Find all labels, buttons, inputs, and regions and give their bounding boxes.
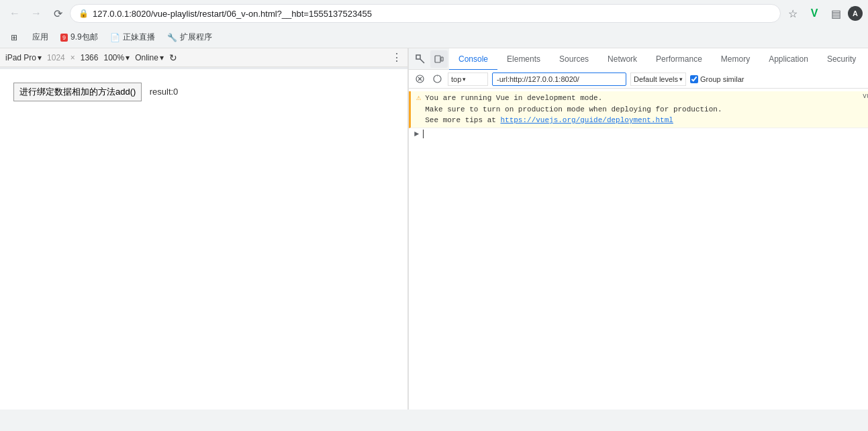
star-button[interactable]: ☆ <box>783 4 802 23</box>
stop-recording-btn[interactable] <box>430 73 444 86</box>
default-levels-chevron: ▾ <box>679 76 683 83</box>
svg-rect-2 <box>435 56 440 62</box>
extensions-label: 扩展程序 <box>180 32 212 43</box>
group-similar-label[interactable]: Group similar <box>690 75 744 83</box>
zhimeizhibo-label: 正妹直播 <box>123 32 155 43</box>
devtools-tabs: Console Elements Sources Network Perform… <box>449 48 868 70</box>
console-source: vue. <box>863 93 868 100</box>
vivaldi-icon[interactable]: V <box>805 4 824 23</box>
svg-line-1 <box>420 59 424 63</box>
device-selector[interactable]: iPad Pro ▾ <box>5 53 42 62</box>
page-content: iPad Pro ▾ 1024 × 1366 100% ▾ Online ▾ ↻… <box>0 48 408 410</box>
device-toggle-btn[interactable] <box>430 50 448 68</box>
console-filter-input[interactable] <box>492 73 626 86</box>
zoom-selector[interactable]: 100% ▾ <box>103 53 130 62</box>
devtools-header: Console Elements Sources Network Perform… <box>409 48 868 70</box>
tab-performance[interactable]: Performance <box>646 49 712 70</box>
warning-icon: ⚠ <box>416 93 421 103</box>
tab-sources[interactable]: Sources <box>550 49 598 70</box>
tab-memory[interactable]: Memory <box>712 49 759 70</box>
tab-network[interactable]: Network <box>598 49 646 70</box>
default-levels-text: Default levels <box>634 75 678 83</box>
context-chevron: ▾ <box>463 76 466 83</box>
more-tabs-btn[interactable]: » <box>865 48 868 70</box>
inspect-element-btn[interactable] <box>412 50 429 68</box>
extensions-button[interactable]: ▤ <box>826 4 845 23</box>
console-toolbar: top ▾ Default levels ▾ Group similar <box>409 70 868 89</box>
devtools-panel: Console Elements Sources Network Perform… <box>408 48 868 410</box>
svg-point-7 <box>434 75 441 83</box>
page-body: 进行绑定数据相加的方法add() result:0 <box>0 69 407 115</box>
context-selector[interactable]: top ▾ <box>448 73 488 86</box>
device-height: 1366 <box>81 53 99 62</box>
bookmark-zhimeizhibo[interactable]: 📄 正妹直播 <box>105 30 160 46</box>
console-cursor[interactable] <box>423 130 424 138</box>
vue-warning-text: You are running Vue in development mode.… <box>425 93 722 126</box>
bookmark-apps[interactable]: ⊞ <box>5 30 26 46</box>
profile-button[interactable]: A <box>848 6 863 21</box>
bookmark-extensions[interactable]: 🔧 扩展程序 <box>162 30 218 46</box>
clear-console-btn[interactable] <box>413 73 426 86</box>
online-text: Online <box>135 53 158 62</box>
default-levels-btn[interactable]: Default levels ▾ <box>630 73 686 86</box>
device-name-text: iPad Pro <box>5 53 36 62</box>
99baoyou-label: 9.9包邮 <box>70 32 98 43</box>
tab-console[interactable]: Console <box>449 49 497 70</box>
device-separator: 1024 <box>47 53 65 62</box>
bookmark-yingyong[interactable]: 应用 <box>27 30 54 46</box>
vue-deployment-link[interactable]: https://vuejs.org/guide/deployment.html <box>500 116 673 124</box>
zoom-chevron: ▾ <box>126 53 130 62</box>
reload-button[interactable]: ⟳ <box>48 4 67 23</box>
add-button[interactable]: 进行绑定数据相加的方法add() <box>13 83 142 101</box>
device-toolbar: iPad Pro ▾ 1024 × 1366 100% ▾ Online ▾ ↻… <box>0 48 407 67</box>
svg-rect-3 <box>441 57 443 61</box>
bookmark-99baoyou[interactable]: 9 9.9包邮 <box>55 30 103 46</box>
svg-rect-0 <box>416 55 420 59</box>
console-output: ⚠ You are running Vue in development mod… <box>409 89 868 410</box>
bookmarks-bar: ⊞ 应用 9 9.9包邮 📄 正妹直播 🔧 扩展程序 <box>0 27 868 48</box>
nav-actions: ☆ V ▤ A <box>783 4 863 23</box>
toolbar-more[interactable]: ⋮ <box>391 51 402 64</box>
context-value: top <box>451 75 461 83</box>
tab-elements[interactable]: Elements <box>497 49 550 70</box>
address-bar[interactable]: 🔒 127.0.0.1:8020/vue-playlist/restart/06… <box>70 4 781 23</box>
console-prompt-icon: ► <box>414 130 419 139</box>
vue-warning-entry: ⚠ You are running Vue in development mod… <box>409 91 868 128</box>
online-selector[interactable]: Online ▾ <box>135 53 164 62</box>
console-input-row: ► <box>409 128 868 140</box>
rotate-icon[interactable]: ↻ <box>169 52 177 63</box>
url-text: 127.0.0.1:8020/vue-playlist/restart/06_v… <box>93 9 772 19</box>
tab-application[interactable]: Application <box>759 49 818 70</box>
99baoyou-icon: 9 <box>60 34 68 42</box>
tab-security[interactable]: Security <box>818 49 865 70</box>
back-button[interactable]: ← <box>5 4 24 23</box>
main-area: iPad Pro ▾ 1024 × 1366 100% ▾ Online ▾ ↻… <box>0 48 868 410</box>
zhimeizhibo-icon: 📄 <box>110 33 120 42</box>
apps-icon: ⊞ <box>11 33 17 42</box>
yingyong-label: 应用 <box>32 32 48 43</box>
group-similar-checkbox[interactable] <box>690 75 698 83</box>
forward-button[interactable]: → <box>27 4 46 23</box>
group-similar-text: Group similar <box>700 75 744 83</box>
lock-icon: 🔒 <box>79 9 89 18</box>
extensions-icon: 🔧 <box>167 33 177 42</box>
dim-x: × <box>70 53 75 62</box>
nav-bar: ← → ⟳ 🔒 127.0.0.1:8020/vue-playlist/rest… <box>0 0 868 27</box>
zoom-value: 100% <box>103 53 124 62</box>
result-text: result:0 <box>150 87 179 97</box>
device-chevron: ▾ <box>38 53 42 62</box>
online-chevron: ▾ <box>160 53 164 62</box>
